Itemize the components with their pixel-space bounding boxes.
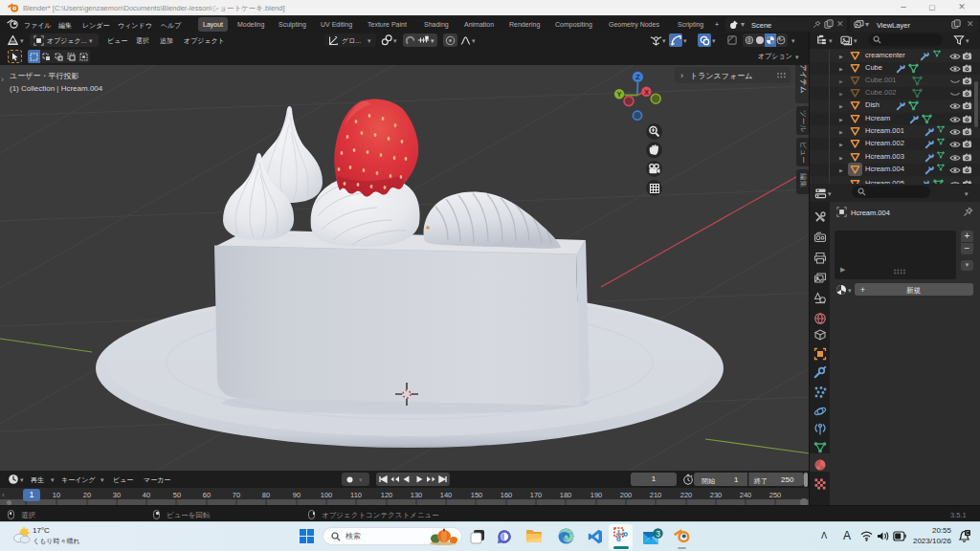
svg-text:›: › bbox=[680, 71, 683, 80]
svg-text:3: 3 bbox=[656, 529, 660, 539]
svg-text:ユーザー・平行投影: ユーザー・平行投影 bbox=[10, 72, 78, 80]
svg-text:Z: Z bbox=[635, 73, 640, 81]
svg-text:Y: Y bbox=[617, 90, 622, 99]
svg-text:ビュー: ビュー bbox=[799, 142, 808, 164]
svg-text:(1) Collection | Hcream.004: (1) Collection | Hcream.004 bbox=[10, 84, 103, 93]
svg-text:X: X bbox=[644, 88, 649, 97]
svg-text:ツール: ツール bbox=[799, 110, 808, 132]
svg-text:編集: 編集 bbox=[799, 172, 808, 188]
svg-text:C: C bbox=[966, 530, 969, 536]
svg-text:アイテム: アイテム bbox=[799, 65, 808, 94]
svg-text:›: › bbox=[1, 75, 4, 84]
svg-text:トランスフォーム: トランスフォーム bbox=[690, 72, 752, 80]
